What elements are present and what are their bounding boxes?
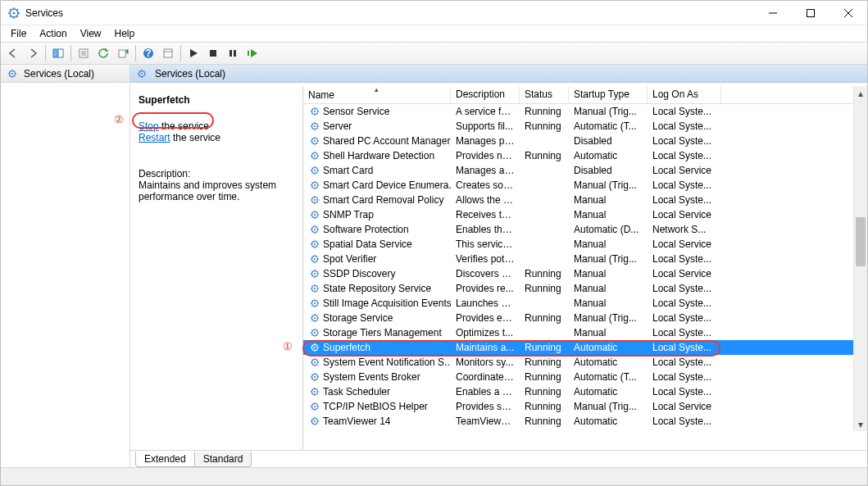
service-startup-type: Manual (Trig... xyxy=(569,106,648,117)
service-row[interactable]: Storage ServiceProvides en...RunningManu… xyxy=(303,311,867,325)
service-description: Launches a... xyxy=(451,298,520,309)
service-row[interactable]: SuperfetchMaintains a...RunningAutomatic… xyxy=(303,340,867,355)
refresh-button[interactable] xyxy=(94,44,112,62)
menu-view[interactable]: View xyxy=(74,26,108,41)
svg-rect-10 xyxy=(210,50,216,57)
export-button[interactable] xyxy=(114,44,132,62)
gear-icon xyxy=(308,267,321,280)
service-status: Running xyxy=(520,120,569,132)
svg-text:?: ? xyxy=(145,48,151,59)
service-row[interactable]: SSDP DiscoveryDiscovers n...RunningManua… xyxy=(303,266,867,281)
properties-button[interactable] xyxy=(75,44,93,62)
service-row[interactable]: Shared PC Account ManagerManages pr...Di… xyxy=(303,134,867,148)
start-button[interactable] xyxy=(184,44,202,62)
svg-point-17 xyxy=(141,72,143,74)
col-description[interactable]: Description xyxy=(451,86,520,103)
svg-rect-2 xyxy=(807,9,815,16)
tab-extended[interactable]: Extended xyxy=(135,452,195,467)
service-row[interactable]: Software ProtectionEnables the ...Automa… xyxy=(303,222,867,237)
restart-service-link[interactable]: Restart xyxy=(139,132,170,143)
show-hide-tree-button[interactable] xyxy=(49,44,67,62)
service-row[interactable]: System Event Notification S...Monitors s… xyxy=(303,355,867,370)
service-row[interactable]: Storage Tiers ManagementOptimizes t...Ma… xyxy=(303,325,867,340)
service-name: Shared PC Account Manager xyxy=(323,135,450,147)
service-row[interactable]: Spatial Data ServiceThis service ...Manu… xyxy=(303,237,867,252)
svg-point-57 xyxy=(314,391,316,393)
scroll-down-icon[interactable]: ▾ xyxy=(854,417,867,431)
tree-root[interactable]: Services (Local) xyxy=(1,65,130,83)
service-row[interactable]: Task SchedulerEnables a us...RunningAuto… xyxy=(303,384,867,399)
gear-icon xyxy=(308,120,321,133)
properties-sheet-button[interactable] xyxy=(159,44,177,62)
scroll-up-icon[interactable]: ▴ xyxy=(854,86,867,100)
service-logon: Local Syste... xyxy=(648,150,721,161)
sort-asc-icon: ▴ xyxy=(375,85,379,93)
scroll-thumb[interactable] xyxy=(856,217,866,266)
menu-file[interactable]: File xyxy=(4,26,33,41)
service-description: Provides en... xyxy=(451,312,520,324)
menu-help[interactable]: Help xyxy=(108,26,142,41)
service-name: Smart Card xyxy=(323,165,373,176)
menubar: File Action View Help xyxy=(1,25,867,42)
service-row[interactable]: Spot VerifierVerifies pote...Manual (Tri… xyxy=(303,252,867,266)
service-logon: Local Syste... xyxy=(648,386,721,397)
service-logon: Local Service xyxy=(648,209,721,220)
service-row[interactable]: Smart CardManages ac...DisabledLocal Ser… xyxy=(303,163,867,178)
service-status: Running xyxy=(520,106,569,117)
vertical-scrollbar[interactable]: ▴ ▾ xyxy=(853,86,867,431)
tab-standard[interactable]: Standard xyxy=(194,452,252,467)
col-status[interactable]: Status xyxy=(520,86,569,103)
service-logon: Local Syste... xyxy=(648,312,721,324)
pause-button[interactable] xyxy=(224,44,242,62)
menu-action[interactable]: Action xyxy=(33,26,73,41)
service-row[interactable]: System Events BrokerCoordinates...Runnin… xyxy=(303,370,867,384)
col-log-on-as[interactable]: Log On As xyxy=(648,86,721,103)
service-name: Superfetch xyxy=(323,342,370,353)
service-startup-type: Automatic xyxy=(569,416,648,427)
gear-icon xyxy=(308,149,321,162)
service-logon: Local Syste... xyxy=(648,253,721,265)
toolbar-separator xyxy=(135,45,136,61)
stop-service-link[interactable]: Stop xyxy=(139,120,159,132)
back-button[interactable] xyxy=(4,44,22,62)
detail-column: Superfetch Stop the service Restart the … xyxy=(130,86,302,449)
service-name: TeamViewer 14 xyxy=(323,416,391,427)
service-row[interactable]: Smart Card Removal PolicyAllows the s...… xyxy=(303,193,867,207)
gear-icon xyxy=(308,297,321,310)
svg-point-27 xyxy=(314,170,316,171)
gear-icon xyxy=(308,252,321,266)
service-row[interactable]: TeamViewer 14TeamViewer...RunningAutomat… xyxy=(303,414,867,429)
service-logon: Local Service xyxy=(648,401,721,412)
service-row[interactable]: Smart Card Device Enumera...Creates soft… xyxy=(303,178,867,193)
service-name: State Repository Service xyxy=(323,283,431,294)
maximize-button[interactable] xyxy=(792,1,829,25)
service-row[interactable]: State Repository ServiceProvides re...Ru… xyxy=(303,281,867,296)
gear-icon xyxy=(308,193,321,207)
service-name: Software Protection xyxy=(323,224,409,235)
service-status: Running xyxy=(520,386,569,397)
forward-button[interactable] xyxy=(24,44,42,62)
col-name[interactable]: Name▴ xyxy=(303,86,451,103)
stop-button[interactable] xyxy=(204,44,222,62)
col-startup-type[interactable]: Startup Type xyxy=(569,86,648,103)
service-status: Running xyxy=(520,268,569,279)
gear-icon xyxy=(308,223,321,236)
service-name: Sensor Service xyxy=(323,106,389,117)
svg-point-29 xyxy=(314,184,316,186)
svg-rect-13 xyxy=(248,51,249,56)
help-button[interactable]: ? xyxy=(139,44,157,62)
svg-point-35 xyxy=(314,229,316,230)
service-row[interactable]: Still Image Acquisition EventsLaunches a… xyxy=(303,296,867,311)
close-button[interactable] xyxy=(829,1,867,25)
service-logon: Local Syste... xyxy=(648,283,721,294)
service-row[interactable]: SNMP TrapReceives tra...ManualLocal Serv… xyxy=(303,207,867,222)
service-row[interactable]: ServerSupports fil...RunningAutomatic (T… xyxy=(303,119,867,134)
service-row[interactable]: Sensor ServiceA service fo...RunningManu… xyxy=(303,104,867,119)
service-row[interactable]: TCP/IP NetBIOS HelperProvides su...Runni… xyxy=(303,399,867,414)
description-block: Description: Maintains and improves syst… xyxy=(139,168,298,202)
restart-button[interactable] xyxy=(243,44,261,62)
minimize-button[interactable] xyxy=(754,1,792,25)
service-name: Smart Card Device Enumera... xyxy=(323,179,451,191)
titlebar: Services xyxy=(1,1,867,25)
service-row[interactable]: Shell Hardware DetectionProvides no...Ru… xyxy=(303,148,867,163)
